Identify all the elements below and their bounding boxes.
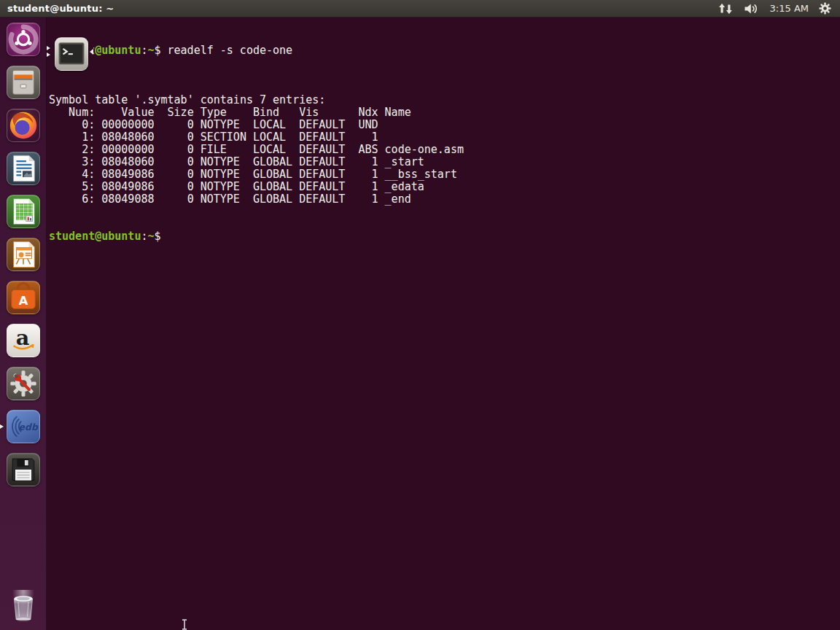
launcher-item-amazon[interactable]: a <box>0 324 47 357</box>
volume-icon[interactable] <box>744 3 760 15</box>
running-pip <box>47 46 50 50</box>
floppy-disk-icon <box>7 453 40 486</box>
terminal-icon <box>55 37 88 71</box>
focused-arrow <box>90 49 93 55</box>
network-arrows-icon[interactable] <box>718 3 734 15</box>
gear-icon[interactable] <box>819 2 831 15</box>
launcher-item-firefox[interactable] <box>0 109 47 142</box>
launcher-item-terminal[interactable] <box>47 35 93 69</box>
terminal-window[interactable]: student@ubuntu:~$readelf -s code-one Sym… <box>47 18 840 630</box>
prompt-path: ~ <box>147 44 154 57</box>
running-pip <box>47 52 50 57</box>
terminal-output: Symbol table '.symtab' contains 7 entrie… <box>49 82 840 206</box>
desktop: student@ubuntu: ~ 3:15 AM <box>0 0 840 630</box>
running-pip <box>0 424 4 429</box>
libreoffice-writer-icon <box>7 152 40 185</box>
command-text: readelf -s code-one <box>168 44 293 57</box>
launcher-item-trash[interactable] <box>0 590 47 623</box>
prompt-line: student@ubuntu:~$ <box>49 230 840 243</box>
libreoffice-calc-icon <box>7 195 40 228</box>
window-title: student@ubuntu: ~ <box>7 3 114 14</box>
prompt-symbol: $ <box>155 230 161 243</box>
libreoffice-impress-icon <box>7 238 40 271</box>
launcher-item-impress[interactable] <box>0 238 47 271</box>
system-settings-icon <box>7 367 40 400</box>
svg-text:A: A <box>18 294 28 308</box>
trash-icon <box>7 590 40 623</box>
launcher-item-writer[interactable] <box>0 152 47 185</box>
launcher-item-files[interactable] <box>0 66 47 99</box>
text-cursor-pointer <box>181 619 188 630</box>
prompt-line: student@ubuntu:~$readelf -s code-one <box>49 44 840 57</box>
files-file-cabinet-icon <box>7 66 40 99</box>
prompt-user-host: student@ubuntu <box>49 230 141 243</box>
launcher-item-dash[interactable] <box>0 23 47 56</box>
ubuntu-dash-icon <box>7 23 40 56</box>
launcher-item-software[interactable]: A <box>0 281 47 314</box>
svg-text:a: a <box>15 325 29 350</box>
prompt-path: ~ <box>147 230 154 243</box>
launcher: Aaedb <box>0 18 47 630</box>
launcher-item-settings[interactable] <box>0 367 47 400</box>
launcher-item-edb[interactable]: edb <box>0 410 47 443</box>
launcher-item-floppy[interactable] <box>0 453 47 486</box>
firefox-icon <box>7 109 40 142</box>
top-panel: student@ubuntu: ~ 3:15 AM <box>0 0 840 18</box>
indicator-tray: 3:15 AM <box>718 2 831 15</box>
prompt-symbol: $ <box>155 44 161 57</box>
svg-text:edb: edb <box>18 421 38 432</box>
clock[interactable]: 3:15 AM <box>770 3 809 14</box>
amazon-icon: a <box>7 324 40 357</box>
launcher-item-calc[interactable] <box>0 195 47 228</box>
ubuntu-software-icon: A <box>7 281 40 314</box>
edb-debugger-icon: edb <box>7 410 40 443</box>
